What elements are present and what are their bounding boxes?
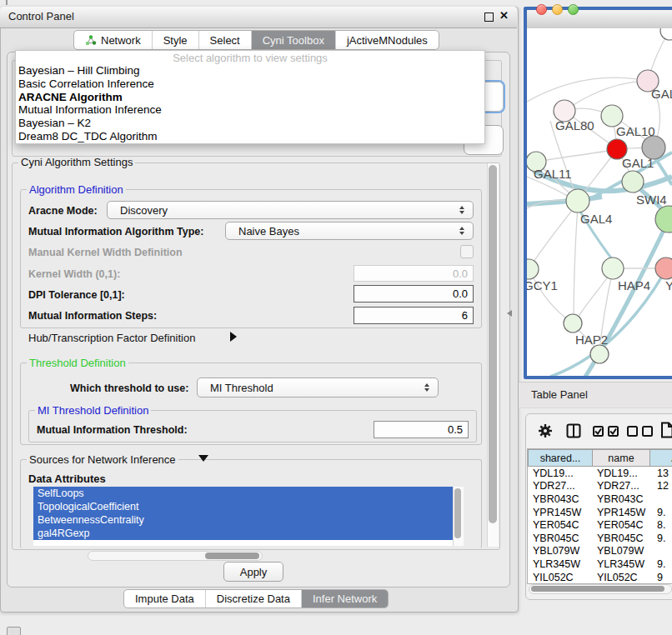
sources-collapse-icon[interactable] [198,455,208,462]
table-cell: YPR145W [593,507,650,518]
kernel-width-input[interactable]: 0.0 [354,265,474,282]
attributes-scrollbar-thumb[interactable] [454,488,461,538]
network-node[interactable] [527,259,539,279]
kernel-width-label: Kernel Width (0,1): [28,268,120,280]
table-row[interactable]: YDR27...YDR27...12 [528,480,672,493]
network-edge[interactable] [527,78,648,102]
network-node[interactable] [655,206,672,232]
document-icon[interactable] [660,422,672,438]
table-cell: YDR27... [528,480,593,492]
network-canvas[interactable]: GALGAL80GAL10GAL1GAL11SWI4GAL4GCY1HAP4YH… [527,28,672,376]
tab-cyni-toolbox[interactable]: Cyni Toolbox [252,31,336,49]
table-row[interactable]: YPR145WYPR145W9. [528,506,672,519]
which-threshold-combobox[interactable]: MI Threshold [197,378,439,398]
manual-kernel-checkbox[interactable] [460,245,474,258]
table-cell: YER054C [528,519,593,531]
cyni-algorithm-settings-label: Cyni Algorithm Settings [18,157,135,168]
table-row[interactable]: YLR345WYLR345W9. [528,558,672,571]
network-edge[interactable] [538,149,617,162]
settings-hscrollbar-thumb[interactable] [205,552,259,559]
table-cell: YBL079W [528,545,593,557]
app-screen: Control Panel ✕ Network Style Select Cyn… [0,0,672,635]
data-attribute-item[interactable]: SelfLoops [33,487,453,500]
network-node-label: GAL11 [534,167,572,181]
network-node[interactable] [566,189,589,212]
data-attribute-item[interactable]: gal4RGexp [33,527,453,540]
column-header-shared-name[interactable]: shared... [528,449,593,467]
algorithm-option[interactable]: Bayesian – K2 [16,117,484,130]
data-attribute-item[interactable]: TopologicalCoefficient [33,500,453,513]
algorithm-option[interactable]: ARACNE Algorithm [16,91,484,104]
network-graph: GALGAL80GAL10GAL1GAL11SWI4GAL4GCY1HAP4YH… [527,28,672,376]
mi-type-value: Naive Bayes [226,225,299,238]
network-node[interactable] [622,171,644,192]
algorithm-dropdown-list: Bayesian – Hill ClimbingBasic Correlatio… [16,64,484,143]
network-node[interactable] [564,314,582,332]
network-node-label: GAL10 [616,124,655,138]
network-edge[interactable] [530,203,578,267]
tab-impute-data[interactable]: Impute Data [124,590,206,608]
window-edge-artifact [6,0,8,5]
table-row[interactable]: YDL19...YDL19...13 [528,467,672,480]
combobox-arrows-icon [459,206,465,214]
minimized-panel-icon[interactable] [7,627,21,635]
data-attributes-list[interactable]: SelfLoopsTopologicalCoefficientBetweenne… [33,487,453,546]
close-window-icon[interactable] [536,4,547,15]
data-attribute-item[interactable]: BetweennessCentrality [33,513,453,527]
gear-icon[interactable] [538,423,553,438]
tab-style[interactable]: Style [153,31,199,49]
algorithm-option[interactable]: Dream8 DC_TDC Algorithm [16,130,484,143]
table-cell: 12 [650,480,672,492]
table-row[interactable]: YBR043CYBR043C [528,492,672,506]
float-panel-icon[interactable] [484,12,494,22]
apply-button[interactable]: Apply [223,562,283,582]
control-panel-titlebar[interactable] [0,7,517,28]
columns-icon[interactable] [566,423,581,438]
settings-scrollbar-thumb[interactable] [489,165,497,523]
algorithm-option[interactable]: Mutual Information Inference [16,103,484,117]
table-cell: YBR045C [593,532,650,544]
algorithm-option[interactable]: Bayesian – Hill Climbing [16,64,484,78]
zoom-window-icon[interactable] [568,4,579,15]
network-window-titlebar[interactable] [527,10,672,29]
apply-button-label: Apply [240,566,268,578]
table-row[interactable]: YBR045CYBR045C9. [528,532,672,545]
checked-checkboxes-icon[interactable] [593,426,619,437]
table-cell: 9. [650,507,672,518]
mi-steps-input[interactable]: 6 [354,307,474,324]
network-node[interactable] [655,258,672,279]
network-node[interactable] [660,28,672,40]
network-edge[interactable] [574,205,578,322]
table-cell: YBR045C [528,532,593,544]
table-row[interactable]: YBL079WYBL079W [528,545,672,558]
algorithm-option[interactable]: Basic Correlation Inference [16,78,484,91]
hub-expand-icon[interactable] [230,332,237,342]
table-cell: 9 [650,572,672,583]
aracne-mode-label: Aracne Mode: [28,205,98,217]
table-hscrollbar-thumb[interactable] [531,586,664,592]
table-row[interactable]: YIL052CYIL052C9 [528,571,672,584]
mi-type-combobox[interactable]: Naive Bayes [225,222,474,240]
tab-network[interactable]: Network [74,31,153,49]
tab-select[interactable]: Select [199,31,252,49]
tab-infer-network[interactable]: Infer Network [302,590,388,608]
tab-jactivemnodules[interactable]: jActiveMNodules [336,31,439,49]
network-node-label: HAP2 [575,332,608,347]
column-header-name[interactable]: name [593,449,650,467]
mi-threshold-input[interactable]: 0.5 [374,421,469,438]
tab-discretize-data[interactable]: Discretize Data [206,590,302,608]
sources-label: Sources for Network Inference [27,454,178,465]
column-header-cut[interactable]: A [650,449,672,467]
close-panel-icon[interactable]: ✕ [499,9,509,22]
network-node[interactable] [602,258,624,279]
minimize-window-icon[interactable] [552,4,563,15]
unchecked-checkboxes-icon[interactable] [627,426,654,437]
combobox-arrows-icon [459,227,465,235]
network-node[interactable] [590,345,609,363]
dpi-tolerance-input[interactable]: 0.0 [354,285,474,302]
table-cell: YPR145W [528,507,593,518]
aracne-mode-combobox[interactable]: Discovery [107,201,474,219]
table-row[interactable]: YER054CYER054C8. [528,518,672,532]
network-node-label: GAL [651,87,672,101]
divider-collapse-icon[interactable] [507,310,512,317]
